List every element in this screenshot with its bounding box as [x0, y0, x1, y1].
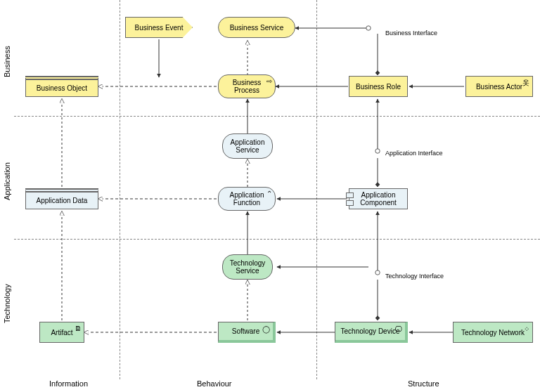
text: Application Function [221, 191, 272, 207]
device-icon: 🖵 [395, 325, 402, 333]
node-application-service: Application Service [222, 133, 273, 159]
node-business-service: Business Service [218, 17, 295, 38]
component-icon [346, 192, 354, 198]
text: Business Event [135, 24, 184, 32]
row-divider-2 [14, 239, 540, 240]
layer-label-technology: Technology [3, 284, 11, 323]
text: Technology Device [341, 327, 400, 335]
node-business-process: Business Process⇨ [218, 74, 276, 98]
text: Technology Service [226, 259, 269, 275]
node-business-actor: Business Actor옷 [465, 76, 533, 97]
node-business-event: Business Event [125, 17, 193, 38]
node-technology-service: Technology Service [222, 254, 273, 280]
node-business-object: Business Object [25, 76, 98, 97]
node-application-data: Application Data [25, 188, 98, 209]
text: Business Actor [476, 83, 522, 91]
text: Business Service [230, 24, 284, 32]
text: Business Role [356, 83, 401, 91]
node-application-component: Application Component [349, 188, 408, 209]
actor-icon: 옷 [522, 78, 529, 88]
label-app-interface: Application Interface [385, 150, 443, 157]
circle-icon: ◯ [262, 325, 270, 333]
text: Application Component [352, 191, 404, 207]
arrow-icon: ⇨ [266, 77, 272, 85]
text: Software [232, 327, 259, 335]
document-icon: 🗎 [75, 325, 82, 332]
column-label-information: Information [49, 379, 88, 388]
node-technology-network: Technology Network⁘ [453, 322, 533, 343]
layer-label-business: Business [3, 46, 11, 77]
text: Technology Network [461, 329, 525, 337]
label-tech-interface: Technology Interface [385, 273, 444, 280]
text: Artifact [51, 329, 72, 337]
text: Application Service [226, 138, 269, 154]
column-divider-2 [316, 0, 317, 379]
column-divider-1 [120, 0, 120, 379]
network-icon: ⁘ [524, 325, 529, 333]
node-application-function: Application Function⌃ [218, 187, 276, 211]
column-label-behaviour: Behaviour [197, 379, 232, 388]
layer-label-application: Application [3, 162, 11, 200]
text: Application Data [37, 197, 88, 204]
node-artifact: Artifact🗎 [39, 322, 84, 343]
row-divider-1 [14, 116, 540, 117]
column-label-structure: Structure [408, 379, 439, 388]
node-technology-device: Technology Device🖵 [335, 322, 408, 343]
text: Business Object [37, 84, 87, 92]
node-business-role: Business Role [349, 76, 408, 97]
function-icon: ⌃ [266, 190, 272, 197]
node-software: Software◯ [218, 322, 276, 343]
diagram-canvas: { "layers": { "business": "Business", "a… [0, 0, 540, 392]
text: Business Process [221, 79, 272, 94]
label-biz-interface: Business Interface [385, 30, 437, 37]
component-icon [346, 200, 354, 206]
